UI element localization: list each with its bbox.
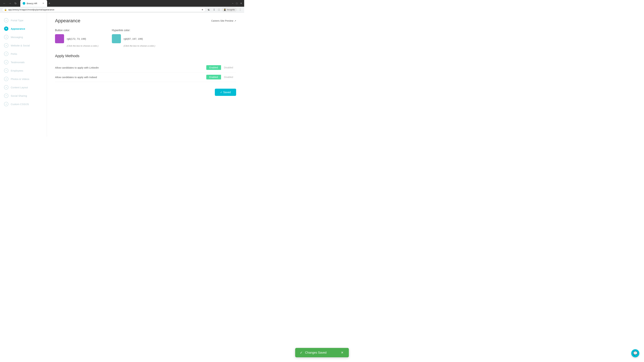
incognito-button[interactable]: 🥷 Incognito <box>222 8 236 11</box>
main-content: Appearance Careers Site Preview ↗ Button… <box>47 13 244 137</box>
tab-close-button[interactable]: ✕ <box>42 2 45 5</box>
sidebar-label-social-sharing: Social Sharing <box>11 94 27 97</box>
sidebar-item-content-layout[interactable]: ● Content Layout <box>0 83 47 91</box>
tab-favicon <box>23 2 25 5</box>
hyperlink-color-value: rgb(87, 197, 199) <box>124 37 143 40</box>
content-layout-icon: ● <box>4 85 8 89</box>
address-bar: 🔒 app.breezy.hr/app/c/moodjoy/portal/app… <box>0 7 244 13</box>
linkedin-row: Allow candidates to apply with LinkedIn … <box>55 63 236 72</box>
appearance-icon: ✎ <box>4 26 8 31</box>
sidebar: ● Portal Type ✎ Appearance ● Messaging ●… <box>0 13 47 137</box>
button-color-swatch[interactable] <box>55 34 64 43</box>
sidebar-label-testimonials: Testimonials <box>11 61 25 64</box>
sidebar-item-perks[interactable]: ● Perks <box>0 50 47 58</box>
hyperlink-color-row: rgb(87, 197, 199) <box>112 34 155 43</box>
sidebar-item-custom-css-js[interactable]: ● Custom CSS/JS <box>0 100 47 108</box>
minimize-button[interactable]: − <box>232 2 233 5</box>
svg-point-0 <box>23 2 25 4</box>
sidebar-item-website-social[interactable]: ● Website & Social <box>0 41 47 50</box>
indeed-enabled-button[interactable]: Enabled <box>206 75 221 79</box>
sidebar-label-employees: Employees <box>11 69 23 72</box>
custom-css-js-icon: ● <box>4 102 8 106</box>
new-tab-button[interactable]: + <box>47 2 52 5</box>
extensions-button[interactable]: ☯ <box>207 7 211 12</box>
linkedin-enabled-button[interactable]: Enabled <box>206 65 221 70</box>
apply-methods-section: Apply Methods Allow candidates to apply … <box>55 54 236 82</box>
testimonials-icon: ● <box>4 60 8 64</box>
sidebar-label-perks: Perks <box>11 52 17 55</box>
sidebar-item-appearance[interactable]: ✎ Appearance <box>0 24 47 33</box>
photos-videos-icon: ● <box>4 77 8 81</box>
maximize-button[interactable]: □ <box>236 2 238 5</box>
tab-bar: Breezy HR ✕ + <box>20 0 52 7</box>
external-link-icon: ↗ <box>234 19 236 22</box>
social-sharing-icon: ✕ <box>4 93 8 98</box>
indeed-row: Allow candidates to apply with Indeed En… <box>55 72 236 82</box>
back-button[interactable]: ← <box>2 1 7 5</box>
indeed-disabled-button[interactable]: Disabled <box>221 75 236 79</box>
perks-icon: ● <box>4 52 8 56</box>
reload-button[interactable]: ↻ <box>14 1 18 6</box>
sidebar-label-appearance: Appearance <box>11 27 25 30</box>
sidebar-label-photos-videos: Photos & Videos <box>11 78 29 80</box>
button-color-value: rgb(172, 73, 199) <box>67 37 86 40</box>
app-layout: ● Portal Type ✎ Appearance ● Messaging ●… <box>0 13 244 137</box>
split-view-button[interactable]: □ <box>218 7 220 12</box>
linkedin-toggle: Enabled Disabled <box>206 65 236 70</box>
sidebar-item-messaging[interactable]: ● Messaging <box>0 33 47 41</box>
sidebar-label-custom-css-js: Custom CSS/JS <box>11 103 29 106</box>
hyperlink-color-label: Hyperlink color: <box>112 29 155 32</box>
url-text: app.breezy.hr/app/c/moodjoy/portal/appea… <box>8 8 200 11</box>
careers-link-label: Careers Site Preview <box>211 19 234 22</box>
button-color-row: rgb(172, 73, 199) <box>55 34 98 43</box>
sidebar-label-content-layout: Content Layout <box>11 86 28 89</box>
linkedin-disabled-button[interactable]: Disabled <box>221 65 236 70</box>
save-button[interactable]: ✓ Saved <box>215 89 236 96</box>
forward-button[interactable]: → <box>8 1 12 5</box>
incognito-icon: 🥷 <box>224 8 226 11</box>
window-controls: − □ ✕ <box>232 2 242 5</box>
button-color-label: Button color: <box>55 29 98 32</box>
sidebar-label-messaging: Messaging <box>11 36 23 38</box>
sidebar-item-photos-videos[interactable]: ● Photos & Videos <box>0 75 47 83</box>
color-section: Button color: rgb(172, 73, 199) (Click t… <box>55 29 236 47</box>
messaging-icon: ● <box>4 35 8 39</box>
lock-icon: 🔒 <box>4 8 7 11</box>
hyperlink-color-swatch[interactable] <box>112 34 121 43</box>
address-icons: ☯ ⇓ □ 🥷 Incognito ⋮ <box>207 7 242 12</box>
download-button[interactable]: ⇓ <box>212 7 216 12</box>
save-btn-container: ✓ Saved <box>55 89 236 96</box>
close-window-button[interactable]: ✕ <box>240 2 242 5</box>
employees-icon: ✕ <box>4 68 8 73</box>
sidebar-item-testimonials[interactable]: ● Testimonials <box>0 58 47 66</box>
hyperlink-color-group: Hyperlink color: rgb(87, 197, 199) (Clic… <box>112 29 155 47</box>
page-title: Appearance <box>55 18 80 23</box>
button-color-group: Button color: rgb(172, 73, 199) (Click t… <box>55 29 98 47</box>
indeed-toggle: Enabled Disabled <box>206 75 236 79</box>
sidebar-item-portal-type[interactable]: ● Portal Type <box>0 16 47 24</box>
incognito-label: Incognito <box>227 8 235 11</box>
button-color-hint: (Click the box to choose a color.) <box>67 44 98 47</box>
active-tab[interactable]: Breezy HR ✕ <box>20 0 47 7</box>
sidebar-label-website-social: Website & Social <box>11 44 30 47</box>
sidebar-item-employees[interactable]: ✕ Employees <box>0 66 47 75</box>
tab-title: Breezy HR <box>27 2 37 5</box>
hyperlink-color-hint: (Click the box to choose a color.) <box>124 44 155 47</box>
portal-type-icon: ● <box>4 18 8 22</box>
menu-button[interactable]: ⋮ <box>238 7 242 12</box>
careers-site-preview-link[interactable]: Careers Site Preview ↗ <box>211 19 236 22</box>
sidebar-label-portal-type: Portal Type <box>11 19 24 22</box>
browser-controls: ← → ↻ <box>2 1 18 6</box>
indeed-label: Allow candidates to apply with Indeed <box>55 76 97 79</box>
linkedin-label: Allow candidates to apply with LinkedIn <box>55 66 99 69</box>
website-social-icon: ● <box>4 43 8 48</box>
apply-methods-title: Apply Methods <box>55 54 236 58</box>
star-icon: ★ <box>202 8 204 11</box>
sidebar-item-social-sharing[interactable]: ✕ Social Sharing <box>0 91 47 100</box>
page-header: Appearance Careers Site Preview ↗ <box>55 18 236 23</box>
url-bar[interactable]: 🔒 app.breezy.hr/app/c/moodjoy/portal/app… <box>2 7 206 12</box>
browser-chrome: ← → ↻ Breezy HR ✕ + − □ ✕ <box>0 0 244 7</box>
